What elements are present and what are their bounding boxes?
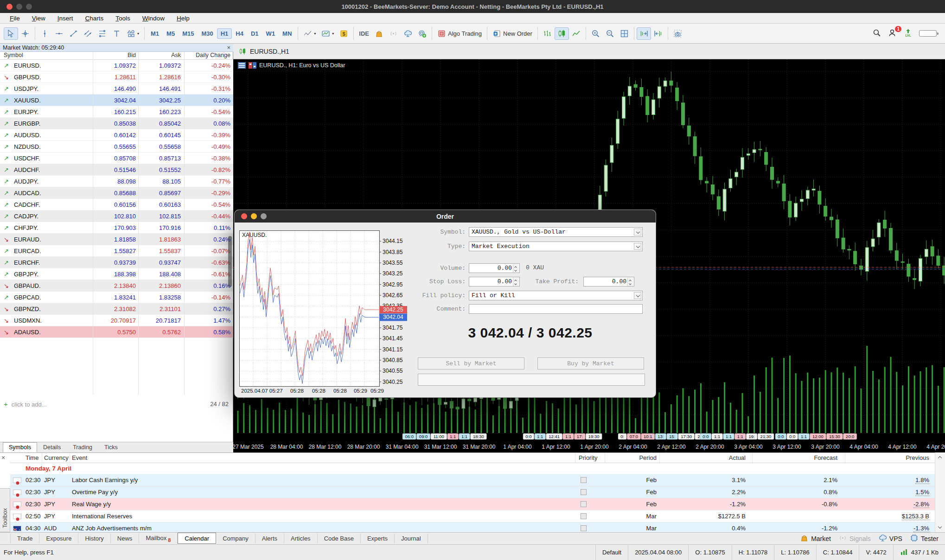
timeframe-h4[interactable]: H4 [232, 28, 247, 39]
market-watch-tab-ticks[interactable]: Ticks [98, 442, 124, 452]
column-header-ask[interactable]: Ask [139, 52, 181, 58]
toolbox-tab-calendar[interactable]: Calendar [178, 533, 216, 544]
volume-input[interactable]: 0.00 [469, 263, 520, 273]
menu-help[interactable]: Help [171, 15, 196, 22]
dialog-minimize-icon[interactable] [251, 213, 257, 219]
toolbox-tab-experts[interactable]: Experts [361, 534, 395, 543]
shift-begin-button[interactable] [651, 27, 665, 40]
market-watch-row-nzdusd[interactable]: ↗ NZDUSD. 0.55655 0.55658 -0.49% [0, 141, 233, 153]
market-watch-row-usdjpy[interactable]: ↗ USDJPY. 146.490 146.491 -0.31% [0, 83, 233, 95]
timeframe-m15[interactable]: M15 [179, 28, 198, 39]
toolbox-tab-history[interactable]: History [78, 534, 110, 543]
timeframe-d1[interactable]: D1 [247, 28, 262, 39]
one-click-trading-icon[interactable] [249, 62, 256, 69]
market-watch-row-eurusd[interactable]: ↗ EURUSD. 1.09372 1.09372 -0.24% [0, 60, 233, 71]
market-watch-row-usdmxn[interactable]: ↘ USDMXN. 20.70917 20.71817 1.47% [0, 315, 233, 326]
chevron-down-icon[interactable] [634, 292, 641, 299]
chart-window-tab[interactable]: EURUSD.,H1 [233, 44, 945, 59]
market-watch-row-euraud[interactable]: ↘ EURAUD. 1.81858 1.81863 0.24% [0, 234, 233, 245]
cloud-button[interactable] [401, 27, 415, 40]
vertical-line-tool-button[interactable] [38, 27, 52, 40]
toolbox-tab-journal[interactable]: Journal [395, 534, 428, 543]
calendar-event-row[interactable]: 02:30 JPY Labor Cash Earnings y/y Feb 3.… [10, 474, 937, 486]
new-order-button[interactable]: New Order [490, 27, 535, 40]
indicators-button[interactable]: ▾ [319, 27, 337, 40]
channel-tool-button[interactable] [81, 27, 95, 40]
column-header-symbol[interactable]: Symbol [4, 52, 23, 58]
service-tester[interactable]: Tester [910, 534, 939, 544]
market-watch-row-audjpy[interactable]: ↗ AUDJPY. 88.098 88.105 -0.77% [0, 176, 233, 187]
line-chart-button[interactable] [569, 27, 583, 40]
calendar-column-actual[interactable]: Actual [673, 453, 746, 463]
calendar-event-row[interactable]: 02:50 JPY International Reserves Mar $12… [10, 510, 937, 522]
priority-checkbox[interactable] [581, 525, 587, 531]
priority-checkbox[interactable] [581, 477, 587, 483]
calendar-scrollbar[interactable] [935, 452, 945, 532]
market-watch-row-audusd[interactable]: ↗ AUDUSD. 0.60142 0.60145 -0.39% [0, 129, 233, 141]
fibonacci-tool-button[interactable] [95, 27, 109, 40]
chevron-down-icon[interactable] [634, 243, 641, 250]
menu-file[interactable]: File [4, 15, 26, 22]
market-watch-row-usdchf[interactable]: ↗ USDCHF. 0.85708 0.85713 -0.38% [0, 153, 233, 164]
toolbox-tab-alerts[interactable]: Alerts [255, 534, 284, 543]
dropdown-arrow-icon[interactable]: ▾ [314, 32, 316, 36]
account-icon[interactable]: 1 [888, 28, 897, 39]
zoom-in-button[interactable] [588, 27, 603, 40]
toolbox-tab-company[interactable]: Company [216, 534, 255, 543]
ide-button[interactable]: IDE [356, 28, 372, 39]
buy-by-market-button[interactable]: Buy by Market [537, 357, 644, 369]
zoom-out-button[interactable] [603, 27, 617, 40]
market-store-button[interactable] [372, 27, 386, 40]
timeframe-m1[interactable]: M1 [147, 28, 163, 39]
market-watch-scrollbar[interactable] [228, 236, 232, 287]
calendar-column-priority[interactable]: Priority [579, 453, 597, 463]
market-watch-row-cadchf[interactable]: ↗ CADCHF. 0.60156 0.60163 -0.54% [0, 199, 233, 210]
shift-end-button[interactable] [637, 27, 651, 40]
calendar-column-forecast[interactable]: Forecast [766, 453, 837, 463]
priority-checkbox[interactable] [581, 513, 587, 519]
minimize-window-icon[interactable] [16, 4, 22, 10]
screenshot-button[interactable] [670, 27, 685, 40]
maximize-window-icon[interactable] [26, 4, 32, 10]
stop-loss-stepper[interactable] [513, 278, 519, 286]
community-button[interactable] [415, 27, 429, 40]
toolbox-side-tab[interactable]: Toolbox [0, 488, 10, 532]
menu-insert[interactable]: Insert [51, 15, 79, 22]
timeframe-m5[interactable]: M5 [163, 28, 179, 39]
menu-charts[interactable]: Charts [79, 15, 110, 22]
dialog-close-icon[interactable] [241, 213, 247, 219]
comment-input[interactable] [469, 304, 643, 314]
algo-trading-button[interactable]: Algo Trading [434, 27, 485, 40]
calendar-event-row[interactable]: 02:30 JPY Real Wage y/y Feb -1.2% -0.8% … [10, 498, 937, 510]
timeframe-w1[interactable]: W1 [262, 28, 279, 39]
market-watch-tab-symbols[interactable]: Symbols [3, 442, 37, 452]
calendar-column-time[interactable]: Time [26, 453, 38, 463]
cursor-tool-button[interactable] [4, 27, 18, 40]
dropdown-arrow-icon[interactable]: ▾ [137, 32, 139, 36]
market-watch-row-gbpaud[interactable]: ↘ GBPAUD. 2.13840 2.13860 0.16% [0, 280, 233, 292]
shapes-tool-button[interactable]: ▾ [124, 27, 142, 40]
calendar-column-period[interactable]: Period [608, 453, 657, 463]
market-watch-row-eurchf[interactable]: ↗ EURCHF. 0.93739 0.93747 -0.63% [0, 257, 233, 268]
market-watch-row-gbpusd[interactable]: ↘ GBPUSD. 1.28611 1.28616 -0.30% [0, 71, 233, 83]
order-type-select[interactable]: Market Execution [469, 242, 643, 251]
toolbox-tab-mailbox[interactable]: Mailbox 8 [139, 533, 178, 544]
scroll-down-icon[interactable] [937, 524, 943, 530]
scroll-up-icon[interactable] [937, 454, 943, 460]
take-profit-input[interactable]: 0.00 [583, 277, 634, 286]
market-watch-tab-details[interactable]: Details [37, 442, 67, 452]
chevron-down-icon[interactable] [634, 229, 641, 235]
depth-of-market-icon[interactable] [238, 62, 246, 69]
toolbox-tab-exposure[interactable]: Exposure [39, 534, 78, 543]
market-watch-tab-trading[interactable]: Trading [67, 442, 98, 452]
toolbox-tab-articles[interactable]: Articles [284, 534, 318, 543]
calendar-event-row[interactable]: 04:30 AUD ANZ Job Advertisements m/m Mar… [10, 522, 937, 532]
timeframe-mn[interactable]: MN [279, 28, 295, 39]
calendar-column-currency[interactable]: Currency [44, 453, 69, 463]
market-watch-row-gbpjpy[interactable]: ↗ GBPJPY. 188.398 188.408 -0.61% [0, 268, 233, 280]
menu-view[interactable]: View [26, 15, 51, 22]
sell-by-market-button[interactable]: Sell by Market [418, 357, 524, 369]
service-signals[interactable]: Signals [838, 534, 871, 544]
fill-policy-select[interactable]: Fill or Kill [469, 291, 643, 300]
service-vps[interactable]: VPS [878, 534, 902, 544]
